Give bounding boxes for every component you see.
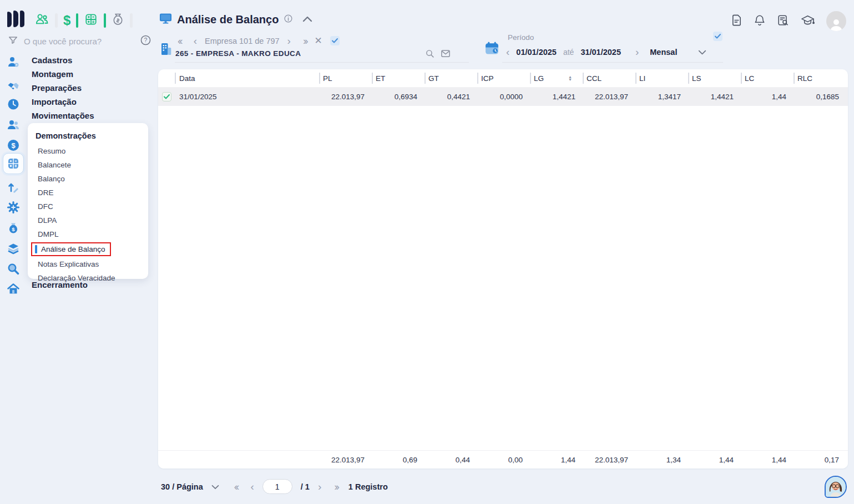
title-row: Análise de Balanço: [159, 12, 312, 27]
layers-icon[interactable]: [7, 242, 20, 255]
company-checkbox[interactable]: [330, 36, 340, 45]
prev-page-icon[interactable]: ‹: [250, 482, 254, 492]
gear-icon[interactable]: [7, 201, 20, 214]
column-header-ccl[interactable]: CCL: [583, 69, 635, 87]
next-page-icon[interactable]: ›: [318, 482, 321, 492]
period-prev-icon[interactable]: ‹: [506, 47, 509, 57]
calculator-icon[interactable]: [7, 157, 20, 170]
cell-ls: 1,4421: [688, 88, 741, 106]
submenu-item-dre[interactable]: DRE: [28, 186, 148, 200]
bell-icon[interactable]: [754, 14, 765, 29]
page-size-select[interactable]: 30 / Página: [161, 482, 203, 491]
period-checkbox[interactable]: [713, 32, 722, 41]
period-end-date[interactable]: 31/01/2025: [580, 48, 621, 57]
collapse-chevron-up-icon[interactable]: [302, 14, 312, 24]
column-header-et[interactable]: ET: [372, 69, 425, 87]
sidebar-item-cadastros[interactable]: Cadastros: [32, 53, 94, 67]
column-header-rlc[interactable]: RLC: [794, 69, 846, 87]
company-navigator: ‹‹ ‹ Empresa 101 de 797 › ›› ✕: [178, 35, 340, 47]
company-name[interactable]: 265 - EMPRESA - MAKRO EDUCA: [175, 49, 301, 58]
sidebar-item-movimentacoes[interactable]: Movimentações: [32, 109, 94, 123]
total-lg: 1,44: [530, 451, 583, 469]
column-header-lg[interactable]: LG ▲▼: [530, 69, 583, 87]
user-avatar[interactable]: [826, 11, 846, 31]
first-company-icon[interactable]: ‹‹: [178, 36, 181, 46]
module-separator: [130, 13, 133, 28]
company-search-icon[interactable]: [425, 49, 434, 60]
analysis-table-card: Data PL ET GT ICP LG ▲▼ CCL LI LS LC RLC…: [158, 69, 848, 469]
total-rlc: 0,17: [794, 451, 846, 469]
graduation-cap-icon[interactable]: [801, 14, 815, 29]
dollar-circle-icon[interactable]: $: [7, 139, 20, 152]
next-company-icon[interactable]: ›: [287, 36, 291, 46]
period-conjunction: até: [563, 48, 574, 57]
column-header-lc[interactable]: LC: [741, 69, 794, 87]
cell-date: 31/01/2025: [175, 88, 319, 106]
cell-lc: 1,44: [741, 88, 794, 106]
row-checkbox[interactable]: [162, 92, 171, 101]
popup-title[interactable]: Demonstrações: [28, 130, 148, 144]
active-item-indicator: [35, 245, 37, 253]
cell-pl: 22.013,97: [319, 88, 372, 106]
people-icon[interactable]: [7, 118, 20, 131]
topright-icons: [731, 11, 846, 31]
submenu-item-resumo[interactable]: Resumo: [28, 144, 148, 158]
help-icon[interactable]: ?: [140, 34, 151, 48]
filter-icon[interactable]: [8, 35, 18, 48]
money-bag-module-icon[interactable]: [112, 12, 124, 28]
page-size-chevron-down-icon[interactable]: [211, 482, 219, 492]
submenu-item-dfc[interactable]: DFC: [28, 200, 148, 213]
column-header-pl[interactable]: PL: [319, 69, 372, 87]
document-icon[interactable]: [731, 14, 742, 29]
column-header-icp[interactable]: ICP: [477, 69, 530, 87]
module-separator: [55, 13, 58, 28]
handshake-icon[interactable]: [7, 79, 20, 93]
submenu-item-notas-explicativas[interactable]: Notas Explicativas: [28, 257, 148, 271]
column-header-gt[interactable]: GT: [425, 69, 477, 87]
period-next-icon[interactable]: ›: [635, 47, 639, 57]
home-icon[interactable]: [7, 282, 20, 296]
calculator-module-icon[interactable]: [84, 12, 98, 29]
cell-gt: 0,4421: [425, 88, 477, 106]
prev-company-icon[interactable]: ‹: [194, 36, 197, 46]
clear-company-icon[interactable]: ✕: [315, 35, 322, 47]
table-row[interactable]: 31/01/2025 22.013,97 0,6934 0,4421 0,000…: [158, 88, 848, 106]
period-start-date[interactable]: 01/01/2025: [516, 48, 557, 57]
submenu-item-balancete[interactable]: Balancete: [28, 158, 148, 172]
info-icon[interactable]: [284, 14, 293, 26]
person-gear-icon[interactable]: [7, 55, 20, 69]
magnifier-icon[interactable]: [7, 262, 20, 276]
money-bag-icon[interactable]: $: [7, 221, 20, 235]
total-ccl: 22.013,97: [583, 451, 635, 469]
people-module-icon[interactable]: [34, 12, 49, 29]
module-bar: $: [34, 12, 133, 29]
column-header-data[interactable]: Data: [175, 69, 319, 87]
submenu-item-dmpl[interactable]: DMPL: [28, 227, 148, 241]
period-mode-select[interactable]: Mensal: [650, 48, 677, 57]
cell-lg: 1,4421: [530, 88, 583, 106]
search-input[interactable]: [24, 37, 134, 46]
page-number-input[interactable]: [262, 479, 292, 494]
trending-pen-icon[interactable]: [7, 180, 20, 194]
finance-module-icon[interactable]: $: [63, 13, 70, 28]
sort-icon[interactable]: ▲▼: [568, 75, 572, 81]
last-company-icon[interactable]: ››: [303, 36, 307, 46]
last-page-icon[interactable]: ››: [334, 482, 338, 492]
envelope-icon[interactable]: [441, 49, 451, 60]
period-mode-chevron-down-icon[interactable]: [698, 47, 706, 57]
sidebar-item-preparacoes[interactable]: Preparações: [32, 81, 94, 95]
submenu-item-analise-de-balanco[interactable]: Análise de Balanço: [31, 242, 111, 256]
column-header-li[interactable]: LI: [635, 69, 688, 87]
sidebar-item-encerramento[interactable]: Encerramento: [32, 280, 88, 289]
first-page-icon[interactable]: ‹‹: [234, 482, 238, 492]
support-avatar-bubble[interactable]: [825, 476, 847, 498]
submenu-item-dlpa[interactable]: DLPA: [28, 213, 148, 227]
sidebar-item-importacao[interactable]: Importação: [32, 95, 94, 109]
submenu-item-balanco[interactable]: Balanço: [28, 172, 148, 186]
column-header-ls[interactable]: LS: [688, 69, 741, 87]
document-search-icon[interactable]: [777, 14, 789, 29]
cell-et: 0,6934: [372, 88, 425, 106]
clock-icon[interactable]: [7, 98, 20, 111]
sidebar-item-montagem[interactable]: Montagem: [32, 67, 94, 81]
calendar-icon[interactable]: [484, 40, 499, 58]
